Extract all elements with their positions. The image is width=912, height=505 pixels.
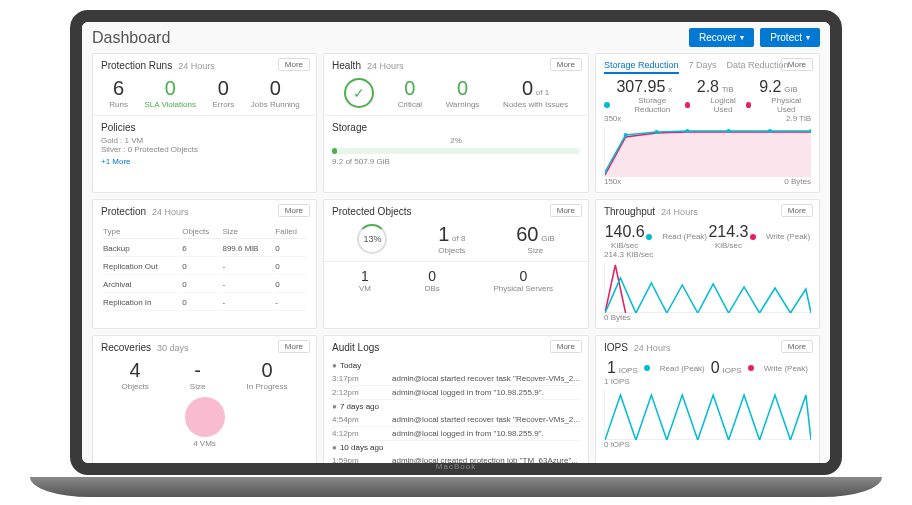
- table-row: Replication In0--: [103, 295, 306, 311]
- protection-runs-card: More Protection Runs 24 Hours 6Runs 0SLA…: [92, 53, 317, 193]
- y-right-max: 2.9 TiB: [786, 114, 811, 123]
- read-iops-stat: 1 IOPS: [607, 359, 638, 377]
- table-row: Archival0-0: [103, 277, 306, 293]
- progress-stat: 0In Progress: [247, 359, 288, 391]
- sla-stat: 0SLA Violations: [145, 77, 196, 109]
- card-title: Audit Logs: [332, 342, 379, 353]
- more-button[interactable]: More: [278, 340, 310, 353]
- card-title: Recoveries: [101, 342, 151, 353]
- physical-stat: 9.2 GiBPhysical Used: [746, 78, 811, 114]
- iops-card: More IOPS 24 Hours 1 IOPS Read (Peak) 0 …: [595, 335, 820, 463]
- y-min: 0 IOPS: [604, 440, 811, 449]
- size-stat: -Size: [190, 359, 206, 391]
- svg-point-5: [727, 129, 731, 133]
- log-row[interactable]: 2:12pmadmin@local logged in from "10.98.…: [332, 386, 580, 400]
- write-iops-stat: 0 IOPS: [711, 359, 742, 377]
- throughput-card: More Throughput 24 Hours 140.6KiB/sec Re…: [595, 199, 820, 329]
- policy-silver: Silver : 0 Protected Objects: [101, 145, 308, 154]
- y-left-max: 350x: [604, 114, 621, 123]
- storage-reduction-card: More Storage Reduction 7 Days Data Reduc…: [595, 53, 820, 193]
- protected-objects-card: More Protected Objects 13% 1 of 8Objects…: [323, 199, 589, 329]
- card-period: 24 Hours: [634, 343, 671, 353]
- policy-gold: Gold : 1 VM: [101, 136, 308, 145]
- jobs-stat: 0Jobs Running: [251, 77, 300, 109]
- storage-title: Storage: [332, 122, 580, 133]
- physical-servers-stat: 0Physical Servers: [493, 268, 553, 293]
- objects-stat: 4Objects: [122, 359, 149, 391]
- card-period: 24 Hours: [367, 61, 404, 71]
- reduction-chart: [604, 127, 811, 177]
- more-button[interactable]: More: [781, 58, 813, 71]
- check-icon: ✓: [344, 78, 374, 108]
- storage-bar: [332, 148, 580, 154]
- audit-logs-card: More Audit Logs ●Today3:17pmadmin@local …: [323, 335, 589, 463]
- col-objects: Objects: [182, 225, 220, 239]
- more-button[interactable]: More: [781, 340, 813, 353]
- vm-stat: 1VM: [359, 268, 371, 293]
- policies-title: Policies: [101, 122, 308, 133]
- card-title: Protection Runs: [101, 60, 172, 71]
- more-button[interactable]: More: [781, 204, 813, 217]
- critical-stat: 0Critical: [398, 77, 422, 109]
- protect-button[interactable]: Protect: [760, 28, 820, 47]
- more-button[interactable]: More: [550, 340, 582, 353]
- read-stat: 140.6KiB/sec: [605, 223, 645, 250]
- write-legend: Write (Peak): [750, 223, 810, 250]
- health-card: More Health 24 Hours ✓ 0Critical 0Warnin…: [323, 53, 589, 193]
- col-size: Size: [222, 225, 273, 239]
- log-group-label: ●Today: [332, 359, 580, 372]
- logical-stat: 2.8 TiBLogical Used: [685, 78, 746, 114]
- log-row[interactable]: 4:54pmadmin@local started recover task "…: [332, 413, 580, 427]
- warnings-stat: 0Warnings: [446, 77, 480, 109]
- log-row[interactable]: 3:17pmadmin@local started recover task "…: [332, 372, 580, 386]
- svg-point-3: [654, 130, 658, 134]
- svg-point-4: [685, 129, 689, 133]
- log-row[interactable]: 4:12pmadmin@local logged in from "10.98.…: [332, 427, 580, 441]
- more-button[interactable]: More: [550, 204, 582, 217]
- y-min: 0 Bytes: [604, 313, 811, 322]
- iops-chart: [604, 390, 811, 440]
- db-stat: 0DBs: [425, 268, 440, 293]
- svg-point-6: [768, 129, 772, 133]
- objects-stat: 1 of 8Objects: [438, 223, 465, 255]
- storage-pct: 2%: [332, 136, 580, 145]
- percent-ring-icon: 13%: [357, 224, 387, 254]
- read-legend: Read (Peak): [644, 359, 705, 377]
- reduction-stat: 307.95 xStorage Reduction: [604, 78, 685, 114]
- svg-marker-0: [605, 132, 811, 177]
- throughput-chart: [604, 263, 811, 313]
- read-legend: Read (Peak): [646, 223, 707, 250]
- protection-table: Type Objects Size Failed Backup6899.6 Mi…: [101, 223, 308, 313]
- more-button[interactable]: More: [550, 58, 582, 71]
- tab-period: 7 Days: [689, 60, 717, 74]
- col-failed: Failed: [275, 225, 306, 239]
- recoveries-card: More Recoveries 30 days 4Objects -Size 0…: [92, 335, 317, 463]
- more-button[interactable]: More: [278, 58, 310, 71]
- errors-stat: 0Errors: [213, 77, 235, 109]
- page-title: Dashboard: [92, 29, 170, 47]
- y-right-min: 0 Bytes: [784, 177, 811, 186]
- tab-storage-reduction[interactable]: Storage Reduction: [604, 60, 679, 74]
- recoveries-pie-icon: [185, 397, 225, 437]
- table-row: Backup6899.6 MiB0: [103, 241, 306, 257]
- nodes-stat: 0 of 1Nodes with Issues: [503, 77, 568, 109]
- log-group-label: ●10 days ago: [332, 441, 580, 454]
- write-legend: Write (Peak): [748, 359, 808, 377]
- more-policies-link[interactable]: +1 More: [101, 157, 308, 166]
- card-title: Protected Objects: [332, 206, 411, 217]
- y-max: 1 IOPS: [604, 377, 811, 386]
- size-stat: 60 GiBSize: [516, 223, 554, 255]
- table-row: Replication Out0-0: [103, 259, 306, 275]
- svg-point-2: [623, 133, 627, 137]
- storage-used: 9.2 of 507.9 GiB: [332, 157, 580, 166]
- card-period: 24 Hours: [661, 207, 698, 217]
- col-type: Type: [103, 225, 180, 239]
- recover-button[interactable]: Recover: [689, 28, 754, 47]
- write-stat: 214.3KiB/sec: [708, 223, 748, 250]
- more-button[interactable]: More: [278, 204, 310, 217]
- y-max: 214.3 KiB/sec: [604, 250, 811, 259]
- page-header: Dashboard Recover Protect: [92, 28, 820, 47]
- runs-stat: 6Runs: [109, 77, 128, 109]
- card-period: 24 Hours: [178, 61, 215, 71]
- tab-data-reduction[interactable]: Data Reduction: [727, 60, 789, 74]
